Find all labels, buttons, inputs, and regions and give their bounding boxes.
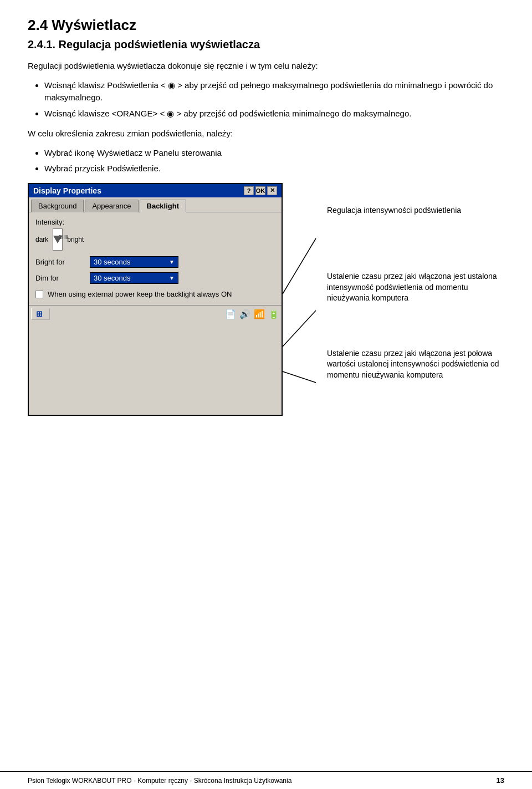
dialog-title: Display Properties: [33, 186, 101, 195]
taskbar-icon-4: 🔋: [268, 309, 279, 319]
slider-track-area[interactable]: | | | | | | | |: [53, 228, 63, 251]
taskbar-icon-1: 📄: [225, 309, 236, 319]
start-icon: ⊞: [36, 309, 43, 318]
taskbar-system-icons: 📄 🔊 📶 🔋: [225, 309, 279, 319]
diagram-area: Display Properties ? OK ✕ Background App…: [28, 183, 504, 416]
annotation-dim-for: Ustalenie czasu przez jaki włączona jest…: [327, 348, 504, 381]
annotation-bright-for: Ustalenie czasu przez jaki włączona jest…: [327, 271, 504, 304]
para-2: W celu określenia zakresu zmian podświet…: [28, 128, 504, 140]
slider-bright-label: bright: [67, 236, 84, 243]
close-button[interactable]: ✕: [267, 186, 277, 195]
dim-for-row: Dim for 30 seconds ▼: [35, 272, 275, 284]
bright-for-dropdown[interactable]: 30 seconds ▼: [90, 256, 178, 268]
tab-appearance[interactable]: Appearance: [85, 200, 138, 212]
dim-for-dropdown[interactable]: 30 seconds ▼: [90, 272, 178, 284]
dim-for-label: Dim for: [35, 274, 85, 282]
taskbar: ⊞ 📄 🔊 📶 🔋: [29, 305, 282, 323]
annotation-intensity: Regulacja intensywności podświetlenia: [327, 205, 504, 216]
dim-for-arrow-icon: ▼: [169, 275, 175, 281]
bright-for-arrow-icon: ▼: [169, 259, 175, 265]
taskbar-icon-3: 📶: [254, 309, 265, 319]
bright-for-label: Bright for: [35, 258, 85, 266]
tab-background[interactable]: Background: [31, 200, 84, 212]
page-footer: Psion Teklogix WORKABOUT PRO - Komputer …: [0, 771, 532, 789]
slider-row: dark | | | | |: [35, 228, 275, 251]
bullet-item-4: Wybrać przycisk Podświetlenie.: [44, 162, 504, 175]
dialog-body: Intensity: dark | | |: [29, 212, 282, 305]
intensity-section: Intensity: dark | | |: [35, 218, 275, 251]
ok-button[interactable]: OK: [255, 186, 265, 195]
external-power-checkbox[interactable]: [35, 291, 43, 298]
footer-page-number: 13: [497, 776, 504, 785]
dim-for-value: 30 seconds: [94, 274, 131, 282]
start-button[interactable]: ⊞: [31, 308, 50, 320]
external-power-row: When using external power keep the backl…: [35, 289, 275, 299]
bullet-item-1: Wcisnąć klawisz Podświetlenia < ◉ > aby …: [44, 79, 504, 104]
help-button[interactable]: ?: [244, 186, 254, 195]
dialog-tabs: Background Appearance Backlight: [29, 197, 282, 212]
annotations-wrapper: Regulacja intensywności podświetlenia Us…: [299, 183, 504, 416]
bright-for-value: 30 seconds: [94, 258, 131, 266]
dialog-wrapper: Display Properties ? OK ✕ Background App…: [28, 183, 283, 416]
intensity-label: Intensity:: [35, 218, 275, 226]
subsection-heading: 2.4.1. Regulacja podświetlenia wyświetla…: [28, 38, 504, 51]
titlebar-buttons: ? OK ✕: [244, 186, 277, 195]
footer-text: Psion Teklogix WORKABOUT PRO - Komputer …: [28, 777, 291, 785]
bright-for-row: Bright for 30 seconds ▼: [35, 256, 275, 268]
dialog-titlebar: Display Properties ? OK ✕: [29, 184, 282, 197]
tab-backlight[interactable]: Backlight: [140, 200, 187, 212]
external-power-label: When using external power keep the backl…: [48, 289, 232, 299]
slider-dark-label: dark: [35, 236, 48, 243]
bullet-item-2: Wcisnąć klawisze <ORANGE> < ◉ > aby prze…: [44, 108, 504, 120]
bullet-item-3: Wybrać ikonę Wyświetlacz w Panelu sterow…: [44, 147, 504, 160]
intro-paragraph: Regulacji podświetlenia wyświetlacza dok…: [28, 60, 504, 73]
section-heading: 2.4 Wyświetlacz: [28, 17, 504, 34]
taskbar-icon-2: 🔊: [239, 309, 250, 319]
display-properties-dialog: Display Properties ? OK ✕ Background App…: [28, 183, 283, 416]
